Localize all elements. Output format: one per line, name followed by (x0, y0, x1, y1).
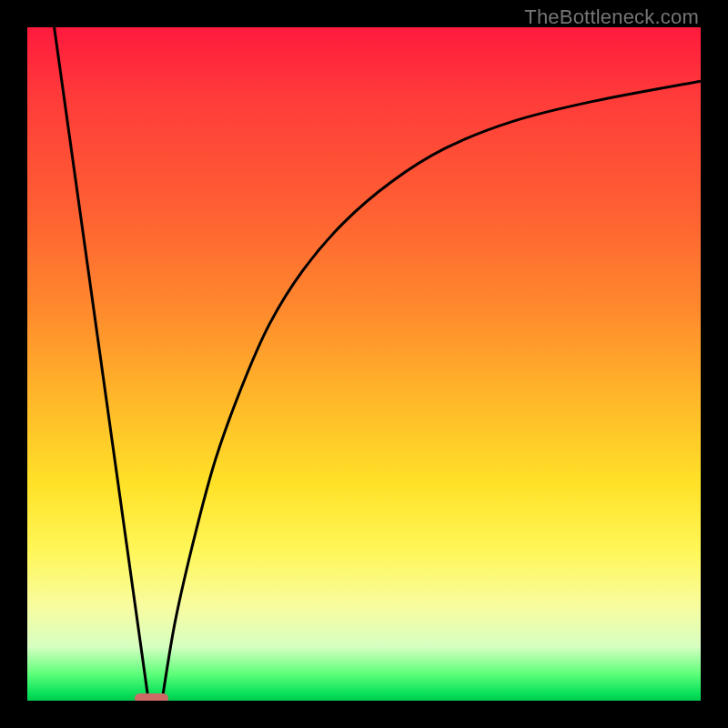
chart-frame: TheBottleneck.com (0, 0, 728, 728)
curves-layer (27, 27, 701, 701)
left-line (55, 27, 149, 701)
watermark-text: TheBottleneck.com (524, 5, 699, 29)
bottom-pill-marker (135, 693, 168, 701)
right-curve (162, 81, 701, 701)
plot-area (27, 27, 701, 701)
